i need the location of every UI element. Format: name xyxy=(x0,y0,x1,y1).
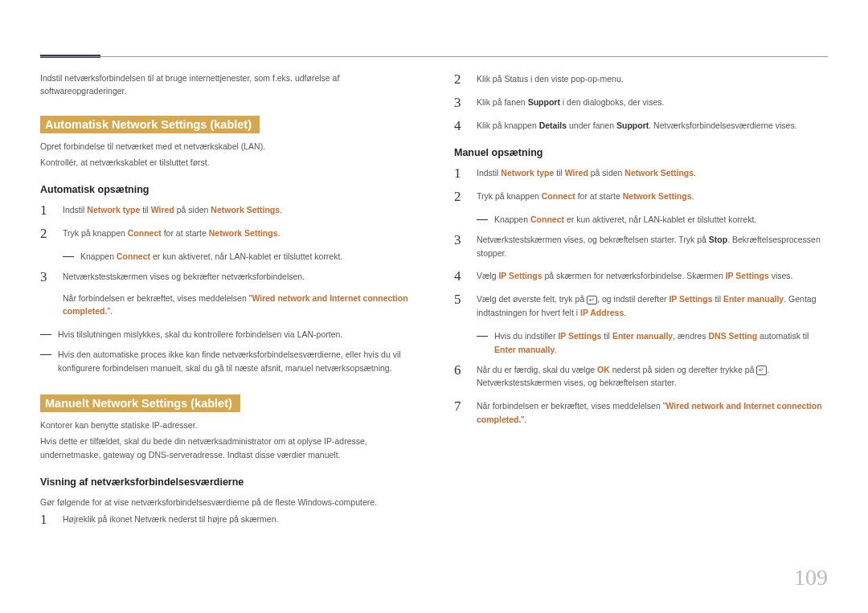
auto-note-manual: ― Hvis den automatiske proces ikke kan f… xyxy=(40,348,414,375)
step-body: Vælg IP Settings på skærmen for netværks… xyxy=(477,269,828,283)
section-title-manual: Manuelt Network Settings (kablet) xyxy=(40,394,240,412)
view-step-4: 4 Klik på knappen Details under fanen Su… xyxy=(454,119,828,133)
auto-note-fail: ― Hvis tilslutningen mislykkes, skal du … xyxy=(40,328,414,341)
page-number: 109 xyxy=(794,565,828,591)
intro-text: Indstil netværksforbindelsen til at brug… xyxy=(40,72,414,98)
step-body: Vælg det øverste felt, tryk på ↵, og ind… xyxy=(477,292,828,320)
dash-icon: ― xyxy=(477,213,488,224)
man-step-4: 4 Vælg IP Settings på skærmen for netvær… xyxy=(454,269,828,283)
step-body: Klik på knappen Details under fanen Supp… xyxy=(477,119,828,133)
step-body: Netværkstestskærmen vises og bekræfter n… xyxy=(63,270,414,318)
section1-p1: Opret forbindelse til netværket med et n… xyxy=(40,140,414,153)
view-step-1: 1 Højreklik på ikonet Netværk nederst ti… xyxy=(40,513,414,526)
step-number: 1 xyxy=(454,166,465,180)
step-number: 7 xyxy=(454,399,465,413)
dash-icon: ― xyxy=(63,250,74,261)
step-number: 3 xyxy=(454,233,465,247)
step-number: 6 xyxy=(454,363,465,377)
step-body: Klik på Status i den viste pop-op-menu. xyxy=(477,72,828,86)
step-body: Når du er færdig, skal du vælge OK neder… xyxy=(477,363,828,390)
section1-p2: Kontrollér, at netværkskablet er tilslut… xyxy=(40,156,414,170)
left-column: Indstil netværksforbindelsen til at brug… xyxy=(40,72,414,536)
man-step-3: 3 Netværkstestskærmen vises, og bekræfte… xyxy=(454,233,828,260)
step-number: 2 xyxy=(454,190,465,203)
subheading-view-values: Visning af netværksforbindelsesværdierne xyxy=(40,476,414,488)
sub2-intro: Gør følgende for at vise netværksforbind… xyxy=(40,496,414,509)
section2-p2: Hvis dette er tilfældet, skal du bede di… xyxy=(40,435,414,462)
auto-step-3: 3 Netværkstestskærmen vises og bekræfter… xyxy=(40,270,414,318)
auto-step-1: 1 Indstil Network type til Wired på side… xyxy=(40,203,414,217)
step-number: 2 xyxy=(40,227,51,240)
dash-icon: ― xyxy=(477,329,488,341)
step-body: Tryk på knappen Connect for at starte Ne… xyxy=(63,227,414,240)
right-column: 2 Klik på Status i den viste pop-op-menu… xyxy=(454,72,828,536)
dash-icon: ― xyxy=(40,328,51,339)
step-number: 3 xyxy=(40,270,51,284)
section-title-auto: Automatisk Network Settings (kablet) xyxy=(40,116,260,133)
man-step-7: 7 Når forbindelsen er bekræftet, vises m… xyxy=(454,399,828,427)
man-note-connect: ― Knappen Connect er kun aktiveret, når … xyxy=(477,213,828,227)
step-number: 1 xyxy=(40,203,51,217)
dash-icon: ― xyxy=(40,348,51,359)
man-step-2: 2 Tryk på knappen Connect for at starte … xyxy=(454,190,828,203)
auto-note-connect: ― Knappen Connect er kun aktiveret, når … xyxy=(63,250,414,264)
step-body: Klik på fanen Support i den dialogboks, … xyxy=(477,96,828,109)
step-body: Højreklik på ikonet Netværk nederst til … xyxy=(63,513,414,526)
step-number: 3 xyxy=(454,96,465,109)
enter-icon: ↵ xyxy=(756,366,767,375)
page-content: Indstil netværksforbindelsen til at brug… xyxy=(0,0,868,568)
step-number: 1 xyxy=(40,513,51,526)
header-rule xyxy=(40,56,828,57)
man-step-6: 6 Når du er færdig, skal du vælge OK ned… xyxy=(454,363,828,390)
step-body: Indstil Network type til Wired på siden … xyxy=(63,203,414,217)
view-step-2: 2 Klik på Status i den viste pop-op-menu… xyxy=(454,72,828,86)
step-body: Når forbindelsen er bekræftet, vises med… xyxy=(477,399,828,427)
man-note-dns: ― Hvis du indstiller IP Settings til Ent… xyxy=(477,329,828,357)
auto-step-2: 2 Tryk på knappen Connect for at starte … xyxy=(40,227,414,240)
view-step-3: 3 Klik på fanen Support i den dialogboks… xyxy=(454,96,828,109)
man-step-5: 5 Vælg det øverste felt, tryk på ↵, og i… xyxy=(454,292,828,320)
step-body: Indstil Network type til Wired på siden … xyxy=(477,166,828,180)
man-step-1: 1 Indstil Network type til Wired på side… xyxy=(454,166,828,180)
section2-p1: Kontorer kan benytte statiske IP-adresse… xyxy=(40,419,414,432)
subheading-auto-setup: Automatisk opsætning xyxy=(40,184,414,195)
step-number: 4 xyxy=(454,119,465,133)
step-body: Netværkstestskærmen vises, og bekræftels… xyxy=(477,233,828,260)
enter-icon: ↵ xyxy=(587,296,597,305)
step-number: 2 xyxy=(454,72,465,86)
step-number: 5 xyxy=(454,292,465,306)
step-number: 4 xyxy=(454,269,465,283)
subheading-manual-setup: Manuel opsætning xyxy=(454,147,828,158)
step-body: Tryk på knappen Connect for at starte Ne… xyxy=(477,190,828,203)
